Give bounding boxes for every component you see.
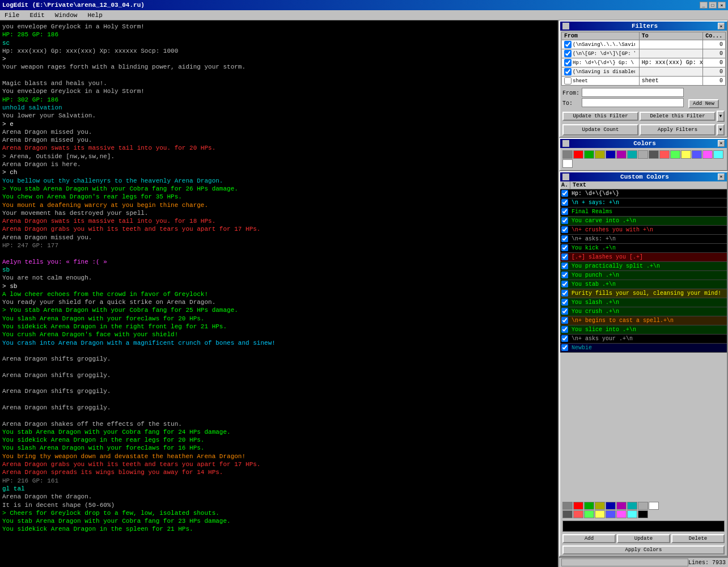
- cc-item-checkbox[interactable]: [561, 272, 568, 278]
- cc-swatch[interactable]: [584, 502, 594, 510]
- menu-file[interactable]: File: [2, 12, 22, 19]
- color-swatch[interactable]: [616, 150, 627, 159]
- list-item[interactable]: You kick .+\n: [560, 244, 727, 253]
- close-button[interactable]: ×: [718, 2, 726, 9]
- cc-item-checkbox[interactable]: [561, 317, 568, 324]
- color-swatch[interactable]: [670, 150, 680, 159]
- list-item[interactable]: [.+] slashes you [.+]: [560, 253, 727, 262]
- color-swatch[interactable]: [595, 150, 605, 159]
- list-item[interactable]: \n+ asks: +\n: [560, 235, 727, 244]
- list-item[interactable]: Newbie: [560, 344, 727, 353]
- cc-item-checkbox[interactable]: [561, 281, 568, 287]
- cc-swatch[interactable]: [562, 510, 573, 518]
- list-item[interactable]: \n+ asks your .+\n: [560, 335, 727, 344]
- color-swatch[interactable]: [659, 150, 670, 159]
- update-filter-button[interactable]: Update this Filter: [562, 112, 638, 121]
- filters-close-button[interactable]: ×: [718, 23, 725, 29]
- cc-swatch[interactable]: [649, 502, 659, 510]
- cc-item-checkbox[interactable]: [561, 335, 568, 342]
- list-item[interactable]: You carve into .+\n: [560, 217, 727, 226]
- table-row[interactable]: (\nSaving is disabled ... 0: [562, 67, 726, 77]
- cc-swatch[interactable]: [573, 502, 583, 510]
- cc-swatch[interactable]: [638, 502, 648, 510]
- cc-list[interactable]: Hp: \d+\{\d+\} \n + says: +\n Final Real…: [560, 189, 727, 501]
- cc-swatch[interactable]: [616, 510, 627, 518]
- cc-item-checkbox[interactable]: [561, 308, 568, 315]
- update-count-button[interactable]: Update Count: [562, 124, 638, 136]
- apply-filters-dropdown-arrow[interactable]: ▼: [717, 124, 725, 136]
- list-item[interactable]: You slash .+\n: [560, 298, 727, 307]
- cc-item-checkbox[interactable]: [561, 199, 568, 206]
- menu-help[interactable]: Help: [85, 12, 104, 19]
- color-swatch[interactable]: [638, 150, 648, 159]
- horizontal-scrollbar[interactable]: [561, 558, 688, 566]
- cc-item-checkbox[interactable]: [561, 190, 568, 197]
- table-row[interactable]: sheet sheet 0: [562, 77, 726, 86]
- delete-filter-button[interactable]: Delete this Filter: [640, 112, 716, 121]
- list-item[interactable]: \n+ crushes you with +\n: [560, 226, 727, 235]
- filter-checkbox[interactable]: [564, 59, 572, 66]
- color-swatch[interactable]: [713, 150, 723, 159]
- cc-swatch[interactable]: [595, 502, 605, 510]
- list-item[interactable]: You slice into .+\n: [560, 325, 727, 335]
- cc-swatch[interactable]: [616, 502, 627, 510]
- color-swatch[interactable]: [681, 150, 691, 159]
- cc-swatch[interactable]: [627, 510, 637, 518]
- menu-window[interactable]: Window: [53, 12, 80, 19]
- list-item[interactable]: You stab .+\n: [560, 280, 727, 289]
- color-swatch[interactable]: [584, 150, 594, 159]
- cc-item-checkbox[interactable]: [561, 344, 568, 351]
- list-item[interactable]: Hp: \d+\{\d+\}: [560, 189, 727, 198]
- color-swatch[interactable]: [702, 150, 713, 159]
- cc-swatch[interactable]: [562, 502, 573, 510]
- apply-filters-button[interactable]: Apply Filters: [640, 124, 716, 136]
- table-row[interactable]: Hp: \d+\{\d+\} Gp: \... Hp: xxx(xxx) Gp:…: [562, 58, 726, 67]
- menu-edit[interactable]: Edit: [27, 12, 46, 19]
- filter-dropdown-arrow[interactable]: ▼: [717, 111, 725, 122]
- list-item[interactable]: \n+ begins to cast a spell.+\n: [560, 316, 727, 325]
- cc-item-checkbox[interactable]: [561, 299, 568, 306]
- table-row[interactable]: (\n\[GP: \d+\]\[GP: \... 0: [562, 49, 726, 58]
- cc-swatch[interactable]: [595, 510, 605, 518]
- filter-checkbox[interactable]: [564, 77, 572, 84]
- list-item[interactable]: Final Realms: [560, 208, 727, 217]
- cc-item-checkbox[interactable]: [561, 217, 568, 224]
- filter-to-input[interactable]: [582, 98, 684, 107]
- cc-swatch[interactable]: [606, 502, 616, 510]
- cc-update-button[interactable]: Update: [617, 534, 670, 543]
- list-item[interactable]: Purity fills your soul, cleansing your m…: [560, 289, 727, 298]
- color-swatch[interactable]: [573, 150, 583, 159]
- list-item[interactable]: You crush .+\n: [560, 307, 727, 316]
- filter-checkbox[interactable]: [564, 50, 572, 57]
- color-swatch[interactable]: [562, 159, 573, 168]
- minimize-button[interactable]: _: [700, 2, 708, 9]
- cc-item-checkbox[interactable]: [561, 290, 568, 297]
- terminal[interactable]: you envelope Greylock in a Holy Storm!HP…: [0, 20, 558, 567]
- cc-add-button[interactable]: Add: [562, 534, 616, 543]
- cc-swatch[interactable]: [584, 510, 594, 518]
- cc-swatch[interactable]: [627, 502, 637, 510]
- cc-swatch[interactable]: [638, 510, 648, 518]
- custom-colors-close-button[interactable]: ×: [718, 174, 725, 180]
- cc-apply-colors-button[interactable]: Apply Colors: [562, 545, 725, 555]
- cc-item-checkbox[interactable]: [561, 326, 568, 333]
- cc-item-checkbox[interactable]: [561, 263, 568, 269]
- cc-item-checkbox[interactable]: [561, 208, 568, 215]
- colors-close-button[interactable]: ×: [718, 140, 725, 147]
- cc-delete-button[interactable]: Delete: [671, 534, 725, 543]
- list-item[interactable]: You practically split .+\n: [560, 262, 727, 271]
- cc-swatch[interactable]: [606, 510, 616, 518]
- table-row[interactable]: (\nSaving\.\.\.\Savin... 0: [562, 40, 726, 49]
- color-swatch[interactable]: [606, 150, 616, 159]
- cc-item-checkbox[interactable]: [561, 235, 568, 242]
- filter-checkbox[interactable]: [564, 41, 572, 48]
- filter-checkbox[interactable]: [564, 68, 572, 75]
- add-new-button[interactable]: Add New: [688, 99, 719, 108]
- color-swatch[interactable]: [649, 150, 659, 159]
- filter-from-input[interactable]: [582, 88, 684, 97]
- color-swatch[interactable]: [692, 150, 702, 159]
- maximize-button[interactable]: □: [709, 2, 717, 9]
- cc-item-checkbox[interactable]: [561, 253, 568, 260]
- cc-item-checkbox[interactable]: [561, 244, 568, 251]
- cc-item-checkbox[interactable]: [561, 226, 568, 233]
